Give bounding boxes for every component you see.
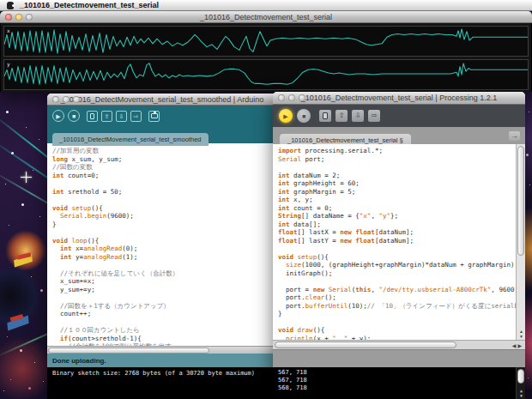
- arduino-ide-window: _101016_DetectMovement_serial_test_smoot…: [47, 94, 277, 399]
- console-line: 567, 718: [278, 369, 513, 377]
- code-line: //それぞれに値を足していく（合計数）: [52, 269, 277, 278]
- code-line: //回数を＋1する（カウントアップ）: [52, 302, 277, 311]
- run-button[interactable]: ▶: [279, 109, 293, 123]
- code-line: }: [52, 221, 277, 229]
- scrollbar-thumb[interactable]: [48, 348, 209, 354]
- code-line: port = new Serial(this, "/dev/tty.usbser…: [278, 286, 516, 294]
- x-axis-label: x: [7, 27, 10, 33]
- code-line: [278, 163, 516, 172]
- code-line: [52, 318, 277, 327]
- code-line: void setup(){: [278, 253, 516, 262]
- page-icon: [90, 113, 94, 119]
- close-button[interactable]: [52, 96, 59, 103]
- active-app-name[interactable]: _101016_Detectmovement_test_serial: [20, 0, 159, 11]
- code-line: initGraph();: [278, 269, 516, 278]
- save-sketch-button[interactable]: ⇩: [352, 110, 364, 122]
- waveform-panel-x: x: [3, 26, 529, 57]
- new-sketch-button[interactable]: [87, 111, 98, 122]
- processing-code-editor[interactable]: import processing.serial.*;Serial port; …: [273, 144, 516, 340]
- arduino-console: Binary sketch size: 2768 bytes (of a 307…: [47, 367, 277, 399]
- scrollbar-arrows[interactable]: ▲▼: [517, 388, 526, 398]
- serial-monitor-button[interactable]: [148, 111, 160, 122]
- apple-menu-icon[interactable]: [7, 2, 14, 9]
- code-line: size(1000, (graphHeight+graphMargin)*dat…: [278, 261, 516, 269]
- right-arrow-icon: ⇨: [372, 112, 378, 119]
- console-line: 567, 718: [278, 377, 513, 384]
- spaceship-decoration: [17, 252, 32, 260]
- new-sketch-button[interactable]: [319, 110, 331, 122]
- processing-tab-strip: _101016_Detectmovement_test_serial § →: [273, 127, 525, 144]
- code-line: int y=analogRead(1);: [52, 253, 277, 262]
- processing-titlebar[interactable]: _101016_Detectmovement_test_serial | Pro…: [273, 92, 525, 105]
- export-button[interactable]: ⇨: [368, 110, 380, 122]
- scrollbar-thumb[interactable]: [517, 146, 524, 256]
- code-line: //加算用の変数: [52, 147, 277, 155]
- processing-vertical-scrollbar[interactable]: ▲▼: [516, 144, 525, 340]
- play-icon: ▶: [56, 113, 60, 119]
- zoom-button[interactable]: [73, 96, 80, 103]
- plotter-titlebar[interactable]: _101016_Detectmovement_test_serial: [0, 11, 532, 23]
- zoom-button[interactable]: [26, 14, 33, 21]
- open-sketch-button[interactable]: ⇧: [336, 110, 348, 122]
- minimize-button[interactable]: [15, 14, 22, 21]
- arduino-code-editor[interactable]: //加算用の変数long x_sum, y_sum;//回数の変数int cou…: [47, 143, 277, 346]
- arduino-horizontal-scrollbar[interactable]: [47, 346, 277, 354]
- processing-ide-window: _101016_Detectmovement_test_serial | Pro…: [273, 92, 525, 399]
- y-axis-label: y: [7, 61, 10, 67]
- code-line: int count=0;: [52, 172, 277, 180]
- page-icon: [323, 112, 328, 119]
- upload-button[interactable]: ⇨: [130, 111, 142, 122]
- code-line: //１００回カウントしたら: [52, 326, 277, 335]
- serial-monitor-icon: [151, 113, 158, 118]
- save-sketch-button[interactable]: ⇩: [116, 111, 127, 122]
- arduino-sketch-tab[interactable]: _101016_DetectMovement_serial_test_smoot…: [52, 133, 209, 146]
- star-sparkle-decoration: [21, 172, 32, 183]
- processing-horizontal-scrollbar[interactable]: ◀▶: [273, 340, 525, 349]
- y-waveform-chart: [4, 60, 528, 89]
- code-line: import processing.serial.*;: [278, 147, 516, 155]
- open-sketch-button[interactable]: ⇧: [101, 111, 112, 122]
- code-line: void draw(){: [278, 326, 516, 335]
- verify-button[interactable]: ▶: [52, 110, 64, 122]
- code-line: Serial.begin(9600);: [52, 212, 277, 221]
- scrollbar-arrows[interactable]: ▲▼: [517, 329, 526, 339]
- close-button[interactable]: [5, 14, 12, 21]
- arduino-titlebar[interactable]: _101016_DetectMovement_serial_test_smoot…: [47, 94, 277, 106]
- stop-button[interactable]: ■: [297, 109, 311, 123]
- scrollbar-thumb[interactable]: [275, 342, 456, 348]
- code-line: int data[];: [278, 221, 516, 229]
- code-line: void loop(){: [52, 237, 277, 245]
- processing-message-bar: [273, 349, 525, 367]
- arduino-toolbar: ▶ ■ ⇧ ⇩ ⇨: [47, 106, 277, 126]
- right-arrow-icon: ⇨: [134, 113, 139, 119]
- code-line: [52, 261, 277, 269]
- code-line: int graphMargin = 5;: [278, 188, 516, 196]
- zoom-button[interactable]: [299, 94, 305, 101]
- scrollbar-arrows[interactable]: ◀▶: [512, 342, 523, 348]
- close-button[interactable]: [278, 94, 285, 101]
- up-arrow-icon: ⇧: [339, 112, 345, 119]
- scrollbar-thumb[interactable]: [517, 369, 524, 384]
- code-line: port.clear();: [278, 293, 516, 302]
- arduino-window-title: _101016_DetectMovement_serial_test_smoot…: [47, 94, 277, 106]
- x-waveform-line: [4, 29, 528, 53]
- console-vertical-scrollbar[interactable]: ▲▼: [516, 367, 525, 399]
- y-waveform-line: [4, 63, 528, 85]
- code-line: x_sum+=x;: [52, 277, 277, 286]
- console-line: 568, 718: [278, 384, 513, 392]
- code-line: if(count>srethold-1){: [52, 335, 277, 343]
- code-line: [278, 277, 516, 286]
- code-line: int graphHeight = 60;: [278, 179, 516, 188]
- stop-button[interactable]: ■: [68, 110, 80, 122]
- minimize-button[interactable]: [63, 96, 70, 103]
- code-line: int x, y;: [278, 196, 516, 204]
- code-line: long x_sum, y_sum;: [52, 155, 277, 164]
- window-controls: [52, 96, 80, 103]
- tab-menu-button[interactable]: →: [509, 131, 520, 141]
- arduino-tab-strip: _101016_DetectMovement_serial_test_smoot…: [47, 126, 277, 143]
- stop-icon: ■: [72, 113, 76, 119]
- processing-window-title: _101016_Detectmovement_test_serial | Pro…: [273, 92, 525, 104]
- minimize-button[interactable]: [288, 94, 295, 101]
- code-line: [52, 293, 277, 302]
- code-line: int srethold = 50;: [52, 188, 277, 196]
